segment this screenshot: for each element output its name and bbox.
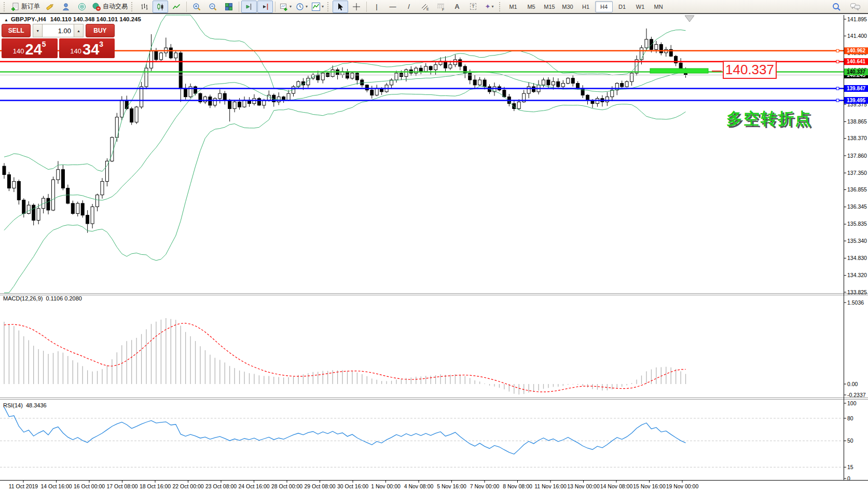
panel-separator[interactable] [0, 295, 868, 295]
time-tick-label[interactable]: 17 Oct 08:00 [106, 483, 137, 489]
time-tick-label[interactable]: 1 Nov 00:00 [371, 483, 401, 489]
chat-icon [850, 2, 861, 11]
volume-input[interactable] [43, 24, 74, 37]
time-tick-label[interactable]: 18 Oct 16:00 [140, 483, 171, 489]
fibonacci-button[interactable]: F [433, 1, 449, 13]
hline-handle[interactable] [836, 60, 839, 63]
time-tick-label[interactable]: 24 Oct 16:00 [238, 483, 269, 489]
bar-chart-button[interactable] [136, 1, 152, 13]
macd-axis-label: -0.2337 [847, 392, 866, 398]
candlestick-chart-button[interactable] [153, 1, 168, 13]
volume-up-button[interactable]: ▲ [74, 24, 84, 37]
tf-button-MN[interactable]: MN [650, 1, 667, 12]
toolbar-grip [4, 2, 7, 11]
macd-label: MACD(12,26,9)0.1106 0.2080 [3, 295, 82, 302]
timeframe-group: M1M5M15M30H1H4D1W1MN [504, 1, 667, 12]
tf-button-M1[interactable]: M1 [504, 1, 522, 12]
tf-button-M30[interactable]: M30 [559, 1, 576, 12]
autotrading-button[interactable]: 自动交易 [90, 1, 129, 13]
turning-point-annotation[interactable]: 多空转折点 [726, 108, 812, 130]
time-tick-label[interactable]: 14 Nov 08:00 [600, 483, 633, 489]
time-tick-label[interactable]: 23 Oct 08:00 [205, 483, 237, 489]
zoom-in-button[interactable] [189, 1, 204, 13]
toolbar-grip [131, 2, 134, 11]
crayon-icon [45, 2, 54, 11]
chevron-down-icon: ▾ [290, 4, 292, 9]
time-tick-label[interactable]: 30 Oct 16:00 [337, 483, 368, 489]
zoom-out-button[interactable] [205, 1, 221, 13]
arrows-button[interactable]: ✦▾ [481, 1, 497, 13]
equidistant-channel-icon: E [420, 2, 430, 11]
volume-down-button[interactable]: ▼ [33, 24, 43, 37]
crosshair-button[interactable] [349, 1, 364, 13]
tf-button-D1[interactable]: D1 [613, 1, 631, 12]
indicators-button[interactable]: ▾ [310, 1, 325, 13]
new-order-button[interactable]: 新订单 [9, 1, 42, 13]
profile-button[interactable] [58, 1, 74, 13]
buy-price-button[interactable]: 140 34 3 [59, 38, 115, 58]
sell-button[interactable]: SELL [2, 24, 31, 37]
tile-windows-button[interactable] [221, 1, 237, 13]
toolbar-right-icons [829, 1, 866, 13]
hline-handle[interactable] [836, 87, 839, 90]
tf-button-M5[interactable]: M5 [522, 1, 540, 12]
horizontal-line-button[interactable]: — [385, 1, 401, 13]
hline-handle[interactable] [836, 49, 839, 52]
panel-separator[interactable] [0, 399, 868, 400]
sell-price-button[interactable]: 140 24 5 [2, 38, 58, 58]
collapse-panel-icon[interactable]: ▲ [4, 18, 8, 22]
svg-text:F: F [442, 8, 444, 11]
highlight-trend-bar[interactable] [650, 69, 708, 73]
shift-marker-icon[interactable] [685, 16, 694, 22]
crayon-button[interactable] [42, 1, 58, 13]
time-tick-label[interactable]: 8 Nov 08:00 [503, 483, 532, 489]
time-tick-label[interactable]: 16 Oct 00:00 [74, 483, 105, 489]
text-button[interactable]: A [449, 1, 465, 13]
time-tick-label[interactable]: 5 Nov 16:00 [437, 483, 466, 489]
time-tick-label[interactable]: 11 Oct 2019 [9, 483, 38, 489]
time-tick-label[interactable]: 14 Oct 16:00 [40, 483, 72, 489]
price-tick-label: 138.865 [847, 118, 867, 125]
time-tick-label[interactable]: 29 Oct 08:00 [304, 483, 335, 489]
autotrading-label: 自动交易 [103, 2, 128, 11]
buy-button[interactable]: BUY [86, 24, 115, 37]
time-tick-label[interactable]: 4 Nov 08:00 [404, 483, 434, 489]
time-tick-label[interactable]: 13 Nov 00:00 [567, 483, 600, 489]
hline-handle[interactable] [836, 99, 839, 102]
crosshair-icon [352, 2, 361, 11]
tf-button-H4[interactable]: H4 [595, 1, 613, 12]
time-tick-label[interactable]: 19 Nov 00:00 [666, 483, 699, 489]
tf-button-H1[interactable]: H1 [577, 1, 595, 12]
text-label-button[interactable]: T [465, 1, 481, 13]
panel-separator[interactable] [0, 293, 868, 294]
radar-button[interactable] [74, 1, 90, 13]
vertical-line-button[interactable]: | [369, 1, 384, 13]
periods-button[interactable]: ▾ [294, 1, 309, 13]
price-callout-box[interactable]: 140.337 [723, 61, 777, 79]
time-tick-label[interactable]: 11 Nov 16:00 [534, 483, 567, 489]
tf-button-W1[interactable]: W1 [631, 1, 649, 12]
time-tick-label[interactable]: 22 Oct 00:00 [172, 483, 203, 489]
mt4-window: 141.895141.400140.890140.385139.875139.3… [0, 0, 868, 493]
rsi-label: RSI(14)48.3436 [3, 402, 47, 408]
rsi-axis-label: 0 [847, 475, 850, 482]
panel-separator[interactable] [0, 398, 868, 398]
equidistant-channel-button[interactable]: E [417, 1, 433, 13]
cursor-button[interactable] [333, 1, 348, 13]
trendline-button[interactable]: / [401, 1, 417, 13]
time-tick-label[interactable]: 7 Nov 00:00 [470, 483, 500, 489]
rsi-axis-label: 100 [847, 400, 857, 406]
auto-scroll-button[interactable] [257, 1, 273, 13]
chat-button[interactable] [847, 1, 863, 13]
chart-shift-button[interactable] [241, 1, 257, 13]
time-tick-label[interactable]: 28 Oct 00:00 [271, 483, 302, 489]
line-chart-button[interactable] [169, 1, 184, 13]
new-chart-button[interactable]: ▾ [278, 1, 293, 13]
sell-price-pips: 24 [25, 43, 42, 57]
hline-price-label-text: 140.337 [847, 69, 866, 75]
rsi-axis-label: 15 [847, 464, 853, 470]
tf-button-M15[interactable]: M15 [541, 1, 558, 12]
search-button[interactable] [829, 1, 844, 13]
time-tick-label[interactable]: 15 Nov 16:00 [633, 483, 666, 489]
text-icon: A [454, 3, 459, 10]
